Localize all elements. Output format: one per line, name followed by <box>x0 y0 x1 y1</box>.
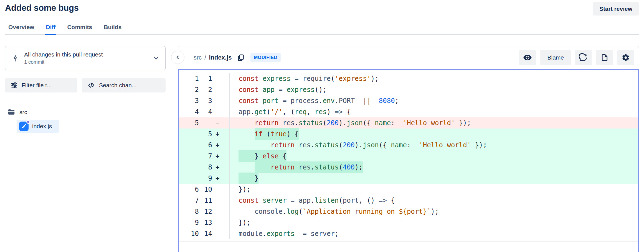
change-marker <box>212 73 229 84</box>
code-text: }); <box>230 184 638 195</box>
line-gutter: 610 <box>179 184 230 195</box>
old-line-number: 8 <box>179 206 199 217</box>
code-line[interactable]: 610}); <box>179 184 638 195</box>
page-header: Added some bugs Start review <box>0 0 644 16</box>
line-gutter: 44 <box>179 106 230 117</box>
code-line[interactable]: 9+ } <box>179 173 638 184</box>
change-marker: + <box>212 162 229 173</box>
new-line-number: 8 <box>199 162 212 173</box>
diff-rows: 11const express = require('express');22c… <box>179 70 638 239</box>
eye-icon <box>523 53 532 62</box>
new-line-number: 3 <box>199 95 212 106</box>
new-line-number: 2 <box>199 84 212 95</box>
tab-builds[interactable]: Builds <box>103 22 122 35</box>
breadcrumb-separator: / <box>204 54 206 61</box>
code-text: }); <box>230 217 638 228</box>
new-line-number: 11 <box>199 195 212 206</box>
code-line[interactable]: 7+ } else { <box>179 151 638 162</box>
line-gutter: 913 <box>179 217 230 228</box>
blame-button[interactable]: Blame <box>540 50 571 65</box>
diff-settings-button[interactable] <box>617 50 634 65</box>
commit-icon <box>11 54 19 62</box>
tree-folder-src[interactable]: src <box>5 107 166 117</box>
scope-subtitle: 1 commit <box>24 59 148 65</box>
changes-scope-selector[interactable]: All changes in this pull request 1 commi… <box>5 46 166 70</box>
sidebar-filter-row: Filter file t... Search chan... <box>5 78 166 92</box>
start-review-button[interactable]: Start review <box>593 2 639 16</box>
code-line[interactable]: 6+ return res.status(200).json({ name: '… <box>179 140 638 151</box>
code-line[interactable]: 5+ if (true) { <box>179 128 638 140</box>
breadcrumb: src / index.js <box>194 54 232 61</box>
scope-title: All changes in this pull request <box>24 51 148 58</box>
code-line[interactable]: 5− return res.status(200).json({ name: '… <box>179 117 638 128</box>
line-gutter: 1014 <box>179 228 230 239</box>
tree-folder-label: src <box>19 109 27 115</box>
sidebar-divider <box>5 100 166 100</box>
code-text: return res.status(200).json({ name: 'Hel… <box>230 117 638 128</box>
tab-commits[interactable]: Commits <box>67 22 93 35</box>
collapse-sidebar-button[interactable] <box>171 51 184 64</box>
modified-dot <box>26 120 30 124</box>
change-marker <box>212 106 229 117</box>
line-gutter: 5+ <box>179 128 230 140</box>
change-marker <box>212 195 229 206</box>
tab-diff[interactable]: Diff <box>45 22 56 35</box>
file-header: src / index.js MODIFIED <box>178 46 639 69</box>
pull-request-page: Added some bugs Start review OverviewDif… <box>0 0 644 252</box>
add-comment-button[interactable] <box>575 50 592 65</box>
diff-end-divider <box>179 241 638 241</box>
view-file-button[interactable] <box>596 50 613 65</box>
new-line-number: 13 <box>199 217 212 228</box>
diff-code-area[interactable]: 11const express = require('express');22c… <box>178 69 639 252</box>
status-badge: MODIFIED <box>250 53 281 62</box>
code-line[interactable]: 22const app = express(); <box>179 84 638 95</box>
filter-icon <box>11 82 18 89</box>
sidebar: All changes in this pull request 1 commi… <box>5 46 166 133</box>
copy-path-button[interactable] <box>237 53 245 62</box>
old-line-number <box>179 128 199 140</box>
pr-tabs: OverviewDiffCommitsBuilds <box>5 22 639 35</box>
code-brackets-icon <box>87 81 95 89</box>
code-line[interactable]: 33const port = process.env.PORT || 8080; <box>179 95 638 106</box>
new-line-number: 1 <box>199 73 212 84</box>
old-line-number: 7 <box>179 195 199 206</box>
tab-overview[interactable]: Overview <box>8 22 35 35</box>
viewed-toggle-button[interactable] <box>519 50 536 65</box>
new-line-number: 10 <box>199 184 212 195</box>
tree-file-index-js[interactable]: index.js <box>17 120 59 133</box>
code-line[interactable]: 812 console.log(`Application running on … <box>179 206 638 217</box>
diff-panel: src / index.js MODIFIED <box>178 46 639 252</box>
change-marker: − <box>212 117 229 128</box>
code-text: module.exports = server; <box>230 228 638 239</box>
line-gutter: 6+ <box>179 140 230 151</box>
code-line[interactable]: 8+ return res.status(400); <box>179 162 638 173</box>
code-line[interactable]: 1014module.exports = server; <box>179 228 638 239</box>
code-text: if (true) { <box>230 128 638 140</box>
line-gutter: 11 <box>179 73 230 84</box>
search-changes-button[interactable]: Search chan... <box>82 78 166 92</box>
code-line[interactable]: 913}); <box>179 217 638 228</box>
line-gutter: 9+ <box>179 173 230 184</box>
line-gutter: 812 <box>179 206 230 217</box>
old-line-number <box>179 140 199 151</box>
line-gutter: 8+ <box>179 162 230 173</box>
old-line-number <box>179 162 199 173</box>
change-marker <box>212 95 229 106</box>
change-marker: + <box>212 128 229 140</box>
filter-file-type-button[interactable]: Filter file t... <box>5 78 77 92</box>
file-card: src / index.js MODIFIED <box>178 46 639 252</box>
old-line-number: 4 <box>179 106 199 117</box>
folder-icon <box>7 108 16 116</box>
change-marker <box>212 184 229 195</box>
code-line[interactable]: 711const server = app.listen(port, () =>… <box>179 195 638 206</box>
code-text: app.get('/', (req, res) => { <box>230 106 638 117</box>
code-line[interactable]: 44app.get('/', (req, res) => { <box>179 106 638 117</box>
old-line-number: 3 <box>179 95 199 106</box>
new-line-number: 9 <box>199 173 212 184</box>
code-line[interactable]: 11const express = require('express'); <box>179 73 638 84</box>
change-marker: + <box>212 173 229 184</box>
old-line-number: 2 <box>179 84 199 95</box>
breadcrumb-file: index.js <box>209 54 232 61</box>
page-title: Added some bugs <box>5 2 79 14</box>
filter-file-type-label: Filter file t... <box>22 82 52 89</box>
